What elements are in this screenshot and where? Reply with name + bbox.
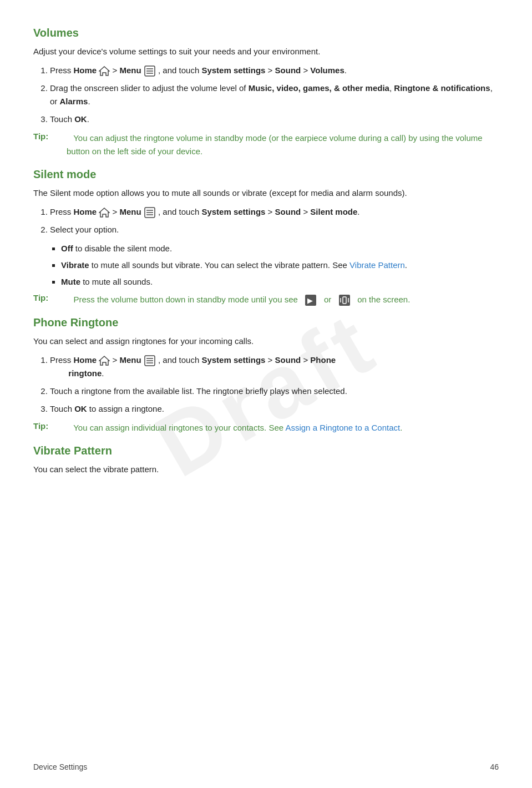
phone-ringtone-steps: Press Home > Menu , and touch System set… bbox=[50, 353, 499, 416]
phone-ringtone-heading: Phone Ringtone bbox=[33, 316, 499, 329]
footer-page-number: 46 bbox=[490, 762, 499, 771]
menu-icon-3 bbox=[144, 355, 155, 366]
menu-icon bbox=[144, 65, 155, 77]
silent-mode-tip: Tip: Press the volume button down in sta… bbox=[33, 293, 499, 306]
vibrate-pattern-intro: You can select the vibrate pattern. bbox=[33, 463, 499, 476]
phone-ringtone-intro: You can select and assign ringtones for … bbox=[33, 335, 499, 348]
volumes-step-1: Press Home > Menu , and touch System set… bbox=[50, 64, 499, 77]
silent-bullet-off: Off to disable the silent mode. bbox=[61, 242, 499, 255]
volumes-step-3: Touch OK. bbox=[50, 113, 499, 126]
vibrate-icon bbox=[338, 294, 351, 306]
phone-ringtone-step-1: Press Home > Menu , and touch System set… bbox=[50, 353, 499, 380]
phone-ringtone-tip: Tip: You can assign individual ringtones… bbox=[33, 421, 499, 435]
silent-bullet-mute: Mute to mute all sounds. bbox=[61, 275, 499, 289]
svg-marker-16 bbox=[99, 356, 109, 365]
page-footer: Device Settings 46 bbox=[33, 762, 499, 771]
mute-icon: ▶ bbox=[305, 294, 317, 306]
svg-marker-5 bbox=[99, 208, 109, 217]
volumes-steps: Press Home > Menu , and touch System set… bbox=[50, 64, 499, 126]
volumes-tip: Tip: You can adjust the ringtone volume … bbox=[33, 132, 499, 158]
vibrate-pattern-heading: Vibrate Pattern bbox=[33, 444, 499, 457]
phone-ringtone-step-2: Touch a ringtone from the available list… bbox=[50, 385, 499, 398]
silent-mode-intro: The Silent mode option allows you to mut… bbox=[33, 186, 499, 200]
volumes-step-2: Drag the onscreen slider to adjust the v… bbox=[50, 82, 499, 108]
main-content: Volumes Adjust your device's volume sett… bbox=[33, 27, 499, 476]
menu-icon-2 bbox=[144, 207, 155, 218]
silent-mode-steps: Press Home > Menu , and touch System set… bbox=[50, 205, 499, 236]
volumes-heading: Volumes bbox=[33, 27, 499, 39]
svg-text:▶: ▶ bbox=[307, 296, 313, 305]
silent-mode-step-2: Select your option. bbox=[50, 223, 499, 236]
silent-mode-bullets: Off to disable the silent mode. Vibrate … bbox=[61, 242, 499, 289]
silent-mode-heading: Silent mode bbox=[33, 168, 499, 181]
volumes-intro: Adjust your device's volume settings to … bbox=[33, 45, 499, 58]
home-icon-2 bbox=[99, 208, 110, 218]
assign-ringtone-link[interactable]: Assign a Ringtone to a Contact bbox=[285, 423, 400, 432]
silent-mode-step-1: Press Home > Menu , and touch System set… bbox=[50, 205, 499, 219]
svg-marker-0 bbox=[99, 67, 109, 75]
footer-label: Device Settings bbox=[33, 762, 87, 771]
silent-bullet-vibrate: Vibrate to mute all sounds but vibrate. … bbox=[61, 259, 499, 272]
vibrate-pattern-link[interactable]: Vibrate Pattern bbox=[349, 260, 405, 270]
home-icon bbox=[99, 66, 110, 76]
home-icon-3 bbox=[99, 356, 110, 366]
phone-ringtone-step-3: Touch OK to assign a ringtone. bbox=[50, 402, 499, 416]
